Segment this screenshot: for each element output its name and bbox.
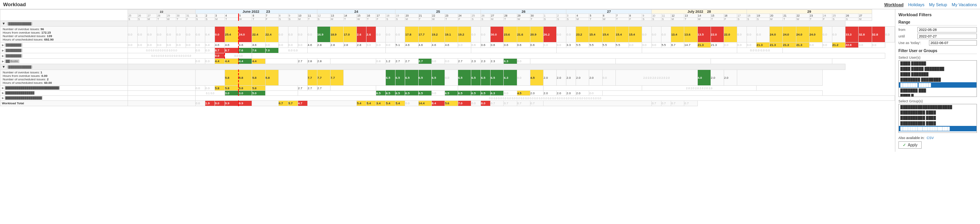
users-list[interactable]: ████ ██████ ████ █████ ████████ ████ ███… <box>898 60 977 97</box>
table-row: ▶ ██ Bustle 0.0 0.0 4.4 4.4 4.4 4.4 2.72… <box>0 59 895 64</box>
top-nav: Workload Holidays My Setup My Vacations <box>884 2 977 7</box>
page-title: Workload <box>3 2 26 7</box>
groups-list[interactable]: █████████████████████ ██████████ ████ ██… <box>898 104 977 133</box>
table-row: ▶ ████████ 0.0 0.0 0.0 0.0 0.0 0.0 0.0 0… <box>0 48 895 53</box>
expand-arrow-2[interactable]: ▼ <box>2 65 5 69</box>
from-label: from <box>898 28 916 32</box>
workload-sidebar: Workload Filters Range from until Use as… <box>895 9 980 152</box>
table-row: ▶ ███████████████ 0.1 0.0 3.0 3.0 5.0 6.… <box>0 91 895 96</box>
user-item-5[interactable]: ███████ █████ <box>899 82 977 88</box>
group-item-5[interactable]: ████████████████████ <box>899 126 977 131</box>
top-bar: Workload Workload Holidays My Setup My V… <box>0 0 980 9</box>
user-item-2[interactable]: ████ █████ ████████ <box>899 66 977 71</box>
group2-name[interactable]: ▼ ████████████ <box>0 64 128 70</box>
group-item-2[interactable]: ██████████ ████ <box>899 110 977 115</box>
filter-section: Filter User or Groups Select User(s) ███… <box>898 49 977 133</box>
apply-button[interactable]: ✓ Apply <box>898 141 922 149</box>
csv-label: Also available in: <box>898 136 925 140</box>
nav-workload[interactable]: Workload <box>884 2 903 7</box>
group-item-3[interactable]: ██████████ ████ <box>899 115 977 120</box>
until-input[interactable] <box>917 34 977 39</box>
user-item-6[interactable]: ███████ ███ <box>899 88 977 93</box>
user-item-7[interactable]: ████ █ <box>899 93 977 97</box>
nav-holidays[interactable]: Holidays <box>908 2 924 7</box>
workload-area: 22 June 2022 23 24 25 26 27 July 2022 28… <box>0 9 895 152</box>
table-row: ▶ ████████ 0.00.00.00.00.00.00.0 0.00.44… <box>0 42 895 48</box>
sidebar-title: Workload Filters <box>898 12 977 17</box>
user-item-3[interactable]: ████ ███████ <box>899 71 977 77</box>
today-label: Use as 'today': <box>898 41 927 45</box>
csv-link[interactable]: CSV <box>927 136 934 140</box>
range-section: Range from until Use as 'today': <box>898 20 977 46</box>
nav-myvacations[interactable]: My Vacations <box>952 2 977 7</box>
today-input[interactable] <box>929 40 977 46</box>
table-row: ▶ ████████ 0.0 0.0 0.0 0.0 0.0 0.0 0.0 0… <box>0 53 895 59</box>
nav-mysetup[interactable]: My Setup <box>929 2 947 7</box>
user-item-4[interactable]: ████████ ████████ <box>899 77 977 82</box>
table-row: ▶ ████████████████████████████ 0.00.0 5.… <box>0 86 895 91</box>
table-row: Workload Total 0.0 1.9 9.0 9.9 9.9 0.7 5… <box>0 101 895 106</box>
table-row: ▶ ███████████████████ 0.0 0.0 0.0 0.0 0.… <box>0 96 895 101</box>
from-input[interactable] <box>917 27 977 32</box>
group-item-4[interactable]: ██████████ ████ <box>899 120 977 126</box>
user-item-1[interactable]: ████ ██████ <box>899 61 977 66</box>
until-label: until <box>898 34 916 38</box>
group1-name[interactable]: ▼ ████████████ <box>0 21 128 27</box>
expand-arrow[interactable]: ▼ <box>2 22 5 25</box>
group-item-1[interactable]: █████████████████████ <box>899 104 977 110</box>
